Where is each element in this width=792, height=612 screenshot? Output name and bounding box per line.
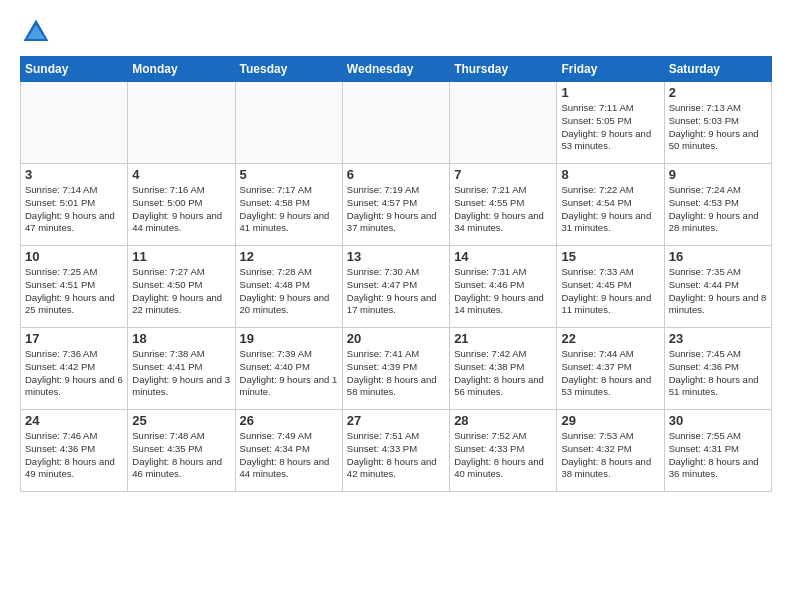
day-info: Sunrise: 7:48 AM Sunset: 4:35 PM Dayligh… bbox=[132, 430, 230, 481]
calendar-cell: 18Sunrise: 7:38 AM Sunset: 4:41 PM Dayli… bbox=[128, 328, 235, 410]
logo bbox=[20, 16, 56, 48]
day-number: 11 bbox=[132, 249, 230, 264]
day-info: Sunrise: 7:22 AM Sunset: 4:54 PM Dayligh… bbox=[561, 184, 659, 235]
calendar-table: SundayMondayTuesdayWednesdayThursdayFrid… bbox=[20, 56, 772, 492]
weekday-header-saturday: Saturday bbox=[664, 57, 771, 82]
day-info: Sunrise: 7:41 AM Sunset: 4:39 PM Dayligh… bbox=[347, 348, 445, 399]
day-info: Sunrise: 7:17 AM Sunset: 4:58 PM Dayligh… bbox=[240, 184, 338, 235]
day-number: 4 bbox=[132, 167, 230, 182]
calendar-cell: 16Sunrise: 7:35 AM Sunset: 4:44 PM Dayli… bbox=[664, 246, 771, 328]
calendar-cell: 3Sunrise: 7:14 AM Sunset: 5:01 PM Daylig… bbox=[21, 164, 128, 246]
logo-icon bbox=[20, 16, 52, 48]
day-number: 19 bbox=[240, 331, 338, 346]
calendar-cell bbox=[342, 82, 449, 164]
day-number: 21 bbox=[454, 331, 552, 346]
calendar-cell: 1Sunrise: 7:11 AM Sunset: 5:05 PM Daylig… bbox=[557, 82, 664, 164]
calendar-cell: 11Sunrise: 7:27 AM Sunset: 4:50 PM Dayli… bbox=[128, 246, 235, 328]
calendar-cell: 6Sunrise: 7:19 AM Sunset: 4:57 PM Daylig… bbox=[342, 164, 449, 246]
day-number: 10 bbox=[25, 249, 123, 264]
day-number: 2 bbox=[669, 85, 767, 100]
day-info: Sunrise: 7:51 AM Sunset: 4:33 PM Dayligh… bbox=[347, 430, 445, 481]
calendar-cell: 26Sunrise: 7:49 AM Sunset: 4:34 PM Dayli… bbox=[235, 410, 342, 492]
day-number: 18 bbox=[132, 331, 230, 346]
calendar-cell: 2Sunrise: 7:13 AM Sunset: 5:03 PM Daylig… bbox=[664, 82, 771, 164]
calendar-cell: 23Sunrise: 7:45 AM Sunset: 4:36 PM Dayli… bbox=[664, 328, 771, 410]
day-number: 22 bbox=[561, 331, 659, 346]
calendar-cell: 10Sunrise: 7:25 AM Sunset: 4:51 PM Dayli… bbox=[21, 246, 128, 328]
weekday-header-wednesday: Wednesday bbox=[342, 57, 449, 82]
day-number: 23 bbox=[669, 331, 767, 346]
calendar-cell: 13Sunrise: 7:30 AM Sunset: 4:47 PM Dayli… bbox=[342, 246, 449, 328]
day-info: Sunrise: 7:46 AM Sunset: 4:36 PM Dayligh… bbox=[25, 430, 123, 481]
day-number: 3 bbox=[25, 167, 123, 182]
calendar-cell: 29Sunrise: 7:53 AM Sunset: 4:32 PM Dayli… bbox=[557, 410, 664, 492]
calendar-cell: 20Sunrise: 7:41 AM Sunset: 4:39 PM Dayli… bbox=[342, 328, 449, 410]
calendar-cell: 24Sunrise: 7:46 AM Sunset: 4:36 PM Dayli… bbox=[21, 410, 128, 492]
day-number: 30 bbox=[669, 413, 767, 428]
day-number: 24 bbox=[25, 413, 123, 428]
calendar-week-3: 10Sunrise: 7:25 AM Sunset: 4:51 PM Dayli… bbox=[21, 246, 772, 328]
calendar-header-row: SundayMondayTuesdayWednesdayThursdayFrid… bbox=[21, 57, 772, 82]
day-info: Sunrise: 7:49 AM Sunset: 4:34 PM Dayligh… bbox=[240, 430, 338, 481]
day-info: Sunrise: 7:38 AM Sunset: 4:41 PM Dayligh… bbox=[132, 348, 230, 399]
page: SundayMondayTuesdayWednesdayThursdayFrid… bbox=[0, 0, 792, 612]
day-info: Sunrise: 7:33 AM Sunset: 4:45 PM Dayligh… bbox=[561, 266, 659, 317]
day-info: Sunrise: 7:21 AM Sunset: 4:55 PM Dayligh… bbox=[454, 184, 552, 235]
calendar-cell: 28Sunrise: 7:52 AM Sunset: 4:33 PM Dayli… bbox=[450, 410, 557, 492]
day-number: 28 bbox=[454, 413, 552, 428]
calendar-cell: 27Sunrise: 7:51 AM Sunset: 4:33 PM Dayli… bbox=[342, 410, 449, 492]
calendar-week-1: 1Sunrise: 7:11 AM Sunset: 5:05 PM Daylig… bbox=[21, 82, 772, 164]
weekday-header-friday: Friday bbox=[557, 57, 664, 82]
day-info: Sunrise: 7:39 AM Sunset: 4:40 PM Dayligh… bbox=[240, 348, 338, 399]
header bbox=[20, 16, 772, 48]
day-number: 17 bbox=[25, 331, 123, 346]
weekday-header-thursday: Thursday bbox=[450, 57, 557, 82]
day-number: 16 bbox=[669, 249, 767, 264]
day-info: Sunrise: 7:16 AM Sunset: 5:00 PM Dayligh… bbox=[132, 184, 230, 235]
calendar-cell bbox=[21, 82, 128, 164]
calendar-cell: 14Sunrise: 7:31 AM Sunset: 4:46 PM Dayli… bbox=[450, 246, 557, 328]
calendar-cell bbox=[450, 82, 557, 164]
calendar-cell: 7Sunrise: 7:21 AM Sunset: 4:55 PM Daylig… bbox=[450, 164, 557, 246]
day-info: Sunrise: 7:42 AM Sunset: 4:38 PM Dayligh… bbox=[454, 348, 552, 399]
day-info: Sunrise: 7:19 AM Sunset: 4:57 PM Dayligh… bbox=[347, 184, 445, 235]
day-info: Sunrise: 7:13 AM Sunset: 5:03 PM Dayligh… bbox=[669, 102, 767, 153]
day-number: 29 bbox=[561, 413, 659, 428]
day-info: Sunrise: 7:52 AM Sunset: 4:33 PM Dayligh… bbox=[454, 430, 552, 481]
calendar-cell: 8Sunrise: 7:22 AM Sunset: 4:54 PM Daylig… bbox=[557, 164, 664, 246]
day-number: 9 bbox=[669, 167, 767, 182]
day-number: 8 bbox=[561, 167, 659, 182]
day-number: 6 bbox=[347, 167, 445, 182]
day-info: Sunrise: 7:30 AM Sunset: 4:47 PM Dayligh… bbox=[347, 266, 445, 317]
day-number: 20 bbox=[347, 331, 445, 346]
calendar-cell: 22Sunrise: 7:44 AM Sunset: 4:37 PM Dayli… bbox=[557, 328, 664, 410]
calendar-week-4: 17Sunrise: 7:36 AM Sunset: 4:42 PM Dayli… bbox=[21, 328, 772, 410]
calendar-cell: 19Sunrise: 7:39 AM Sunset: 4:40 PM Dayli… bbox=[235, 328, 342, 410]
day-info: Sunrise: 7:28 AM Sunset: 4:48 PM Dayligh… bbox=[240, 266, 338, 317]
calendar-cell: 30Sunrise: 7:55 AM Sunset: 4:31 PM Dayli… bbox=[664, 410, 771, 492]
day-number: 7 bbox=[454, 167, 552, 182]
day-info: Sunrise: 7:11 AM Sunset: 5:05 PM Dayligh… bbox=[561, 102, 659, 153]
day-number: 14 bbox=[454, 249, 552, 264]
calendar-cell: 15Sunrise: 7:33 AM Sunset: 4:45 PM Dayli… bbox=[557, 246, 664, 328]
day-number: 13 bbox=[347, 249, 445, 264]
day-info: Sunrise: 7:45 AM Sunset: 4:36 PM Dayligh… bbox=[669, 348, 767, 399]
day-number: 5 bbox=[240, 167, 338, 182]
weekday-header-sunday: Sunday bbox=[21, 57, 128, 82]
day-number: 26 bbox=[240, 413, 338, 428]
calendar-week-2: 3Sunrise: 7:14 AM Sunset: 5:01 PM Daylig… bbox=[21, 164, 772, 246]
calendar-cell: 4Sunrise: 7:16 AM Sunset: 5:00 PM Daylig… bbox=[128, 164, 235, 246]
day-number: 25 bbox=[132, 413, 230, 428]
day-info: Sunrise: 7:14 AM Sunset: 5:01 PM Dayligh… bbox=[25, 184, 123, 235]
weekday-header-tuesday: Tuesday bbox=[235, 57, 342, 82]
day-info: Sunrise: 7:35 AM Sunset: 4:44 PM Dayligh… bbox=[669, 266, 767, 317]
day-number: 27 bbox=[347, 413, 445, 428]
calendar-cell: 25Sunrise: 7:48 AM Sunset: 4:35 PM Dayli… bbox=[128, 410, 235, 492]
day-info: Sunrise: 7:44 AM Sunset: 4:37 PM Dayligh… bbox=[561, 348, 659, 399]
calendar-cell bbox=[128, 82, 235, 164]
day-info: Sunrise: 7:27 AM Sunset: 4:50 PM Dayligh… bbox=[132, 266, 230, 317]
day-number: 12 bbox=[240, 249, 338, 264]
day-info: Sunrise: 7:55 AM Sunset: 4:31 PM Dayligh… bbox=[669, 430, 767, 481]
calendar-cell: 21Sunrise: 7:42 AM Sunset: 4:38 PM Dayli… bbox=[450, 328, 557, 410]
calendar-cell: 9Sunrise: 7:24 AM Sunset: 4:53 PM Daylig… bbox=[664, 164, 771, 246]
